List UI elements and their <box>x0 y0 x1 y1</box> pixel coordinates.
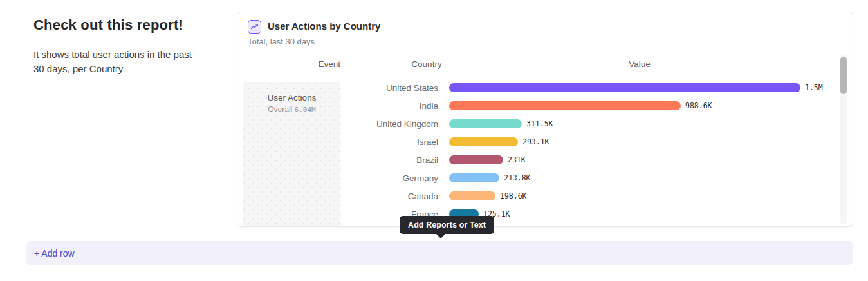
bar-wrap: 231K <box>449 155 526 164</box>
value-label: 293.1K <box>522 137 549 146</box>
country-label: Israel <box>237 137 438 147</box>
bar-wrap: 293.1K <box>449 137 549 146</box>
value-label: 988.6K <box>685 101 712 110</box>
add-reports-tooltip: Add Reports or Text <box>400 216 494 234</box>
value-label: 198.6K <box>500 191 527 200</box>
table-row[interactable]: France 125.1K <box>237 205 840 223</box>
report-table: Event Country Value User Actions Overall… <box>237 53 853 226</box>
value-label: 1.5M <box>805 83 823 92</box>
column-header-event: Event <box>237 59 340 69</box>
country-label: Germany <box>237 173 438 183</box>
column-header-country: Country <box>387 59 466 69</box>
report-card-header: User Actions by Country Total, last 30 d… <box>237 12 853 52</box>
country-label: India <box>237 101 438 111</box>
tooltip-caret-icon <box>436 233 446 238</box>
value-label: 311.5K <box>526 119 553 128</box>
table-row[interactable]: United States 1.5M <box>237 79 840 97</box>
value-label: 213.8K <box>504 173 531 182</box>
value-bar[interactable] <box>449 155 503 164</box>
bar-wrap: 988.6K <box>449 101 712 110</box>
add-row-button[interactable]: + Add row <box>26 241 853 265</box>
country-label: Canada <box>237 191 438 201</box>
value-bar[interactable] <box>449 101 681 110</box>
vertical-scrollbar[interactable] <box>840 55 847 224</box>
table-row[interactable]: Germany 213.8K <box>237 169 840 187</box>
value-label: 231K <box>508 155 526 164</box>
bar-rows: United States 1.5M India 988.6K United K… <box>237 79 840 223</box>
value-bar[interactable] <box>449 119 522 128</box>
value-bar[interactable] <box>449 83 800 92</box>
report-card[interactable]: User Actions by Country Total, last 30 d… <box>237 12 853 227</box>
bar-wrap: 213.8K <box>449 173 531 182</box>
value-bar[interactable] <box>449 191 495 200</box>
add-row-label: + Add row <box>34 248 75 258</box>
table-row[interactable]: Canada 198.6K <box>237 187 840 205</box>
tooltip-label: Add Reports or Text <box>408 220 486 229</box>
table-row[interactable]: Brazil 231K <box>237 151 840 169</box>
report-subtitle: Total, last 30 days <box>248 37 315 46</box>
bar-wrap: 1.5M <box>449 83 823 92</box>
bar-wrap: 311.5K <box>449 119 553 128</box>
value-bar[interactable] <box>449 137 518 146</box>
table-row[interactable]: India 988.6K <box>237 97 840 115</box>
bar-wrap: 198.6K <box>449 191 527 200</box>
country-label: United States <box>237 83 438 93</box>
table-row[interactable]: Israel 293.1K <box>237 133 840 151</box>
column-header-value: Value <box>601 59 678 69</box>
page-title: Check out this report! <box>33 17 194 34</box>
scrollbar-thumb[interactable] <box>840 57 847 94</box>
table-row[interactable]: United Kingdom 311.5K <box>237 115 840 133</box>
value-bar[interactable] <box>449 173 499 182</box>
line-chart-icon <box>248 20 261 34</box>
intro-section: Check out this report! It shows total us… <box>33 17 194 76</box>
country-label: United Kingdom <box>237 119 438 129</box>
page-description: It shows total user actions in the past … <box>33 48 194 76</box>
country-label: Brazil <box>237 155 438 165</box>
report-title[interactable]: User Actions by Country <box>268 21 380 32</box>
